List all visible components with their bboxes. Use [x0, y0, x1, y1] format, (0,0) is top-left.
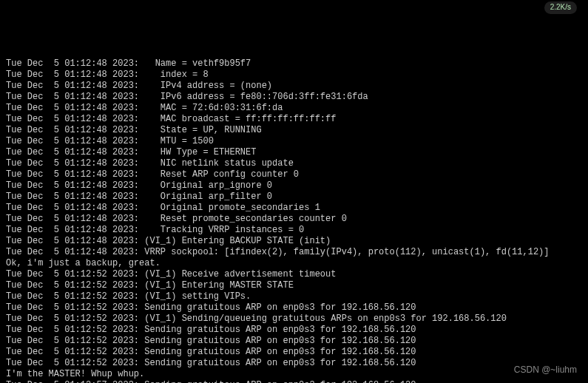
log-line: Tue Dec 5 01:12:48 2023: HW Type = ETHER…	[6, 147, 582, 158]
speed-badge: 2.2K/s	[544, 1, 577, 14]
log-line: Tue Dec 5 01:12:48 2023: index = 8	[6, 70, 582, 81]
log-line: Tue Dec 5 01:12:48 2023: MAC = 72:6d:03:…	[6, 103, 582, 114]
log-line: Tue Dec 5 01:12:48 2023: Reset promote_s…	[6, 214, 582, 225]
log-line: Tue Dec 5 01:12:48 2023: Original promot…	[6, 203, 582, 214]
log-line: Tue Dec 5 01:12:48 2023: Original arp_ig…	[6, 180, 582, 192]
watermark: CSDN @~liuhm	[514, 365, 577, 376]
log-line: Tue Dec 5 01:12:48 2023: MTU = 1500	[6, 136, 582, 147]
log-line: Tue Dec 5 01:12:48 2023: Reset ARP confi…	[6, 169, 582, 180]
terminal-output[interactable]: Tue Dec 5 01:12:48 2023: Name = vethf9b9…	[6, 58, 582, 383]
log-line: Tue Dec 5 01:12:52 2023: Sending gratuit…	[6, 347, 582, 358]
log-line: Tue Dec 5 01:12:52 2023: (VI_1) Entering…	[6, 280, 582, 291]
log-line: Tue Dec 5 01:12:48 2023: MAC broadcast =…	[6, 114, 582, 125]
log-line: Tue Dec 5 01:12:48 2023: IPv4 address = …	[6, 81, 582, 92]
log-line: Tue Dec 5 01:12:52 2023: (VI_1) Receive …	[6, 269, 582, 280]
log-line: Tue Dec 5 01:12:48 2023: IPv6 address = …	[6, 92, 582, 103]
log-line: Tue Dec 5 01:12:52 2023: Sending gratuit…	[6, 302, 582, 313]
log-line: Tue Dec 5 01:12:52 2023: Sending gratuit…	[6, 325, 582, 336]
log-line: Tue Dec 5 01:12:52 2023: Sending gratuit…	[6, 358, 582, 369]
log-line: Tue Dec 5 01:12:57 2023: Sending gratuit…	[6, 380, 582, 383]
log-line: Tue Dec 5 01:12:48 2023: Name = vethf9b9…	[6, 58, 582, 70]
log-line: Tue Dec 5 01:12:48 2023: Original arp_fi…	[6, 192, 582, 203]
log-line: Tue Dec 5 01:12:52 2023: (VI_1) setting …	[6, 291, 582, 302]
log-line: Tue Dec 5 01:12:48 2023: (VI_1) Entering…	[6, 236, 582, 247]
log-line: Tue Dec 5 01:12:52 2023: Sending gratuit…	[6, 336, 582, 347]
log-line: Tue Dec 5 01:12:48 2023: NIC netlink sta…	[6, 158, 582, 169]
log-line: Tue Dec 5 01:12:52 2023: (VI_1) Sending/…	[6, 313, 582, 325]
log-line: Tue Dec 5 01:12:48 2023: VRRP sockpool: …	[6, 247, 582, 258]
log-line: Tue Dec 5 01:12:48 2023: State = UP, RUN…	[6, 125, 582, 136]
log-line: I'm the MASTER! Whup whup.	[6, 369, 582, 380]
log-line: Ok, i'm just a backup, great.	[6, 258, 582, 269]
log-line: Tue Dec 5 01:12:48 2023: Tracking VRRP i…	[6, 225, 582, 236]
